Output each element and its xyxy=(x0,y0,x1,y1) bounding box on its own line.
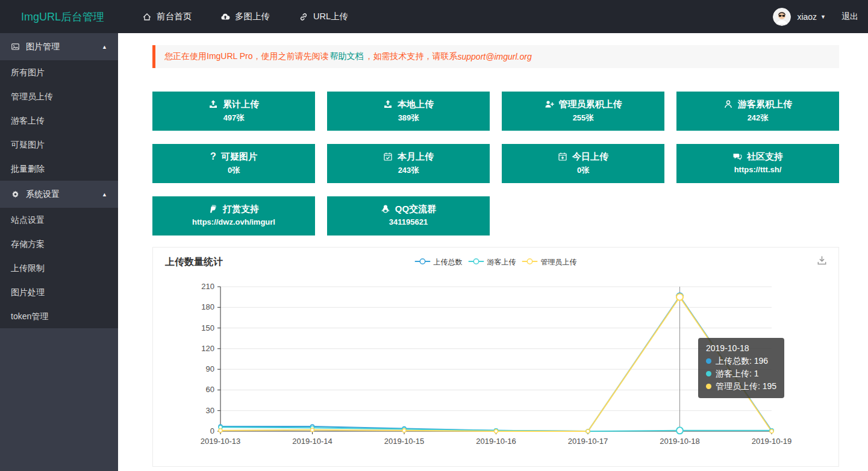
svg-text:2019-10-18: 2019-10-18 xyxy=(660,437,700,446)
stat-card-title: QQ交流群 xyxy=(327,204,490,214)
sidebar-section-label: 图片管理 xyxy=(26,42,60,52)
svg-text:0: 0 xyxy=(210,426,214,435)
stat-card-total-uploads[interactable]: 累计上传497张 xyxy=(152,92,315,131)
sidebar-item-suspicious-images[interactable]: 可疑图片 xyxy=(0,133,118,157)
nav-item-label: 前台首页 xyxy=(157,11,192,22)
sidebar-item-site-settings[interactable]: 站点设置 xyxy=(0,208,118,232)
stat-card-admin-total-uploads[interactable]: 管理员累积上传255张 xyxy=(502,92,664,131)
comments-icon xyxy=(732,152,742,161)
user-plus-icon xyxy=(545,99,554,109)
stat-cards: 累计上传497张本地上传389张管理员累积上传255张游客累积上传242张?可疑… xyxy=(152,92,839,236)
home-icon xyxy=(142,12,152,22)
legend-item-admin-uploads[interactable]: 管理员上传 xyxy=(522,257,577,267)
chart-legend: 上传总数游客上传管理员上传 xyxy=(415,257,577,267)
stat-card-value: https://dwz.ovh/imgurl xyxy=(152,217,315,226)
stat-card-today-uploads[interactable]: 今日上传0张 xyxy=(502,144,664,183)
sidebar: 图片管理▲所有图片管理员上传游客上传可疑图片批量删除系统设置▲站点设置存储方案上… xyxy=(0,33,118,471)
user-icon xyxy=(723,99,733,109)
stat-card-donate-support[interactable]: 打赏支持https://dwz.ovh/imgurl xyxy=(152,196,315,236)
stat-card-qq-group[interactable]: QQ交流群341195621 xyxy=(327,196,490,236)
sidebar-item-all-images[interactable]: 所有图片 xyxy=(0,60,118,84)
image-icon xyxy=(11,42,20,51)
pro-notice-banner: 您正在使用ImgURL Pro，使用之前请先阅读 帮助文档 ，如需技术支持，请联… xyxy=(152,45,839,68)
chevron-down-icon[interactable]: ▼ xyxy=(820,14,826,20)
support-email: support@imgurl.org xyxy=(458,52,532,61)
svg-text:150: 150 xyxy=(201,323,214,332)
stat-card-title: 今日上传 xyxy=(502,151,664,161)
stat-card-value: 341195621 xyxy=(327,217,490,226)
legend-marker-icon xyxy=(469,258,484,267)
stat-card-suspicious-images[interactable]: ?可疑图片0张 xyxy=(152,144,315,183)
help-doc-link[interactable]: 帮助文档 xyxy=(330,51,364,62)
legend-label: 管理员上传 xyxy=(541,257,577,267)
stat-card-month-uploads[interactable]: 本月上传243张 xyxy=(327,144,490,183)
upload-icon xyxy=(383,99,393,109)
stat-card-title: 本月上传 xyxy=(327,151,490,161)
legend-marker-icon xyxy=(522,258,538,267)
stat-card-title: 本地上传 xyxy=(327,99,490,109)
stat-card-value: 0张 xyxy=(152,165,315,176)
stat-card-value: https://ttt.sh/ xyxy=(676,165,839,174)
banner-text: 您正在使用ImgURL Pro，使用之前请先阅读 xyxy=(164,51,329,62)
main-content: 您正在使用ImgURL Pro，使用之前请先阅读 帮助文档 ，如需技术支持，请联… xyxy=(118,33,868,471)
sidebar-item-batch-delete[interactable]: 批量删除 xyxy=(0,157,118,181)
top-navbar: ImgURL后台管理 前台首页多图上传URL上传 xiaoz ▼ 退出 xyxy=(0,0,868,33)
save-as-image-icon[interactable] xyxy=(816,255,828,266)
logout-button[interactable]: 退出 xyxy=(841,11,858,22)
nav-item-label: 多图上传 xyxy=(235,11,270,22)
sidebar-item-image-processing[interactable]: 图片处理 xyxy=(0,280,118,304)
calendar-plus-icon xyxy=(558,152,567,161)
sidebar-section-items: 站点设置存储方案上传限制图片处理token管理 xyxy=(0,208,118,328)
stat-card-local-uploads[interactable]: 本地上传389张 xyxy=(327,92,490,131)
svg-text:2019-10-17: 2019-10-17 xyxy=(568,437,608,446)
stat-card-value: 389张 xyxy=(327,113,490,123)
paypal-icon xyxy=(208,204,218,214)
stat-card-title: 累计上传 xyxy=(152,99,315,109)
topbar-user-area: xiaoz ▼ 退出 xyxy=(773,8,868,26)
sidebar-item-token-management[interactable]: token管理 xyxy=(0,304,118,328)
svg-text:2019-10-16: 2019-10-16 xyxy=(476,437,516,446)
svg-text:2019-10-14: 2019-10-14 xyxy=(292,437,333,446)
svg-text:210: 210 xyxy=(201,282,214,291)
sidebar-item-storage-plan[interactable]: 存储方案 xyxy=(0,232,118,256)
qq-icon xyxy=(381,204,390,214)
nav-item-multi-image-upload[interactable]: 多图上传 xyxy=(220,11,270,22)
sidebar-item-guest-uploads[interactable]: 游客上传 xyxy=(0,108,118,133)
sidebar-section-image-management[interactable]: 图片管理▲ xyxy=(0,33,118,60)
upload-stats-chart[interactable]: 03060901201501802102019-10-132019-10-142… xyxy=(153,248,838,466)
upload-icon xyxy=(208,99,218,109)
chevron-up-icon: ▲ xyxy=(102,192,107,198)
stat-card-value: 497张 xyxy=(152,113,315,123)
app-title[interactable]: ImgURL后台管理 xyxy=(0,10,118,24)
calendar-check-icon xyxy=(383,152,393,161)
stat-card-value: 0张 xyxy=(502,165,664,176)
svg-text:180: 180 xyxy=(201,302,214,311)
sidebar-item-admin-uploads[interactable]: 管理员上传 xyxy=(0,84,118,108)
stat-card-title: ?可疑图片 xyxy=(152,151,315,161)
sidebar-item-upload-limit[interactable]: 上传限制 xyxy=(0,256,118,280)
top-nav-items: 前台首页多图上传URL上传 xyxy=(142,11,348,22)
legend-marker-icon xyxy=(415,258,431,267)
legend-label: 游客上传 xyxy=(487,257,516,267)
sidebar-section-system-settings[interactable]: 系统设置▲ xyxy=(0,181,118,208)
svg-text:90: 90 xyxy=(206,364,214,373)
user-menu[interactable]: xiaoz xyxy=(797,12,817,22)
sidebar-section-label: 系统设置 xyxy=(26,189,60,200)
svg-text:2019-10-15: 2019-10-15 xyxy=(384,437,425,446)
chevron-up-icon: ▲ xyxy=(102,44,107,50)
stat-card-value: 243张 xyxy=(327,165,490,176)
svg-text:2019-10-19: 2019-10-19 xyxy=(752,437,792,446)
stat-card-title: 打赏支持 xyxy=(152,204,315,214)
svg-text:2019-10-13: 2019-10-13 xyxy=(201,437,241,446)
nav-item-url-upload[interactable]: URL上传 xyxy=(299,11,348,22)
svg-text:30: 30 xyxy=(206,406,214,415)
legend-item-total-uploads[interactable]: 上传总数 xyxy=(415,257,463,267)
svg-text:60: 60 xyxy=(206,385,214,394)
stat-card-community-support[interactable]: 社区支持https://ttt.sh/ xyxy=(676,144,839,183)
stat-card-guest-total-uploads[interactable]: 游客累积上传242张 xyxy=(676,92,839,131)
user-avatar[interactable] xyxy=(773,8,791,26)
gear-icon xyxy=(11,190,20,199)
nav-item-frontend-home[interactable]: 前台首页 xyxy=(142,11,192,22)
link-icon xyxy=(299,12,308,22)
legend-item-guest-uploads[interactable]: 游客上传 xyxy=(469,257,516,267)
